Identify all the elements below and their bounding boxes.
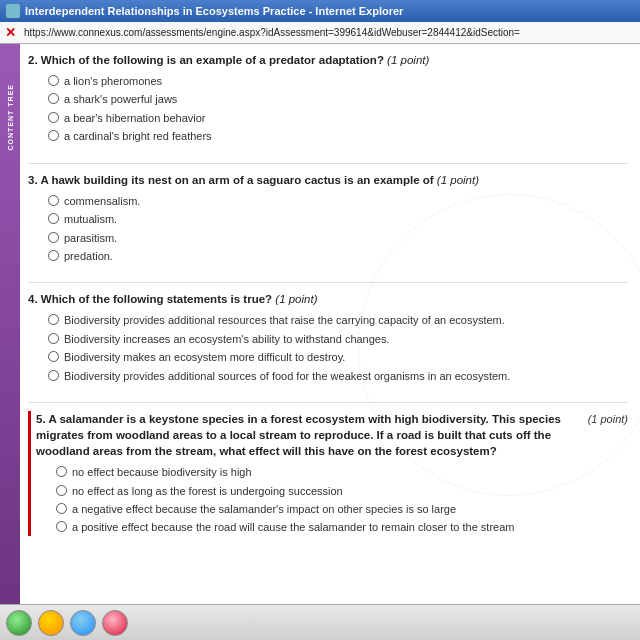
question-5-block: 5. A salamander is a keystone species in… — [28, 411, 628, 536]
list-item[interactable]: no effect as long as the forest is under… — [56, 484, 628, 499]
question-2-text: 2. Which of the following is an example … — [28, 52, 628, 68]
question-4-options: Biodiversity provides additional resourc… — [28, 313, 628, 384]
list-item[interactable]: a cardinal's bright red feathers — [48, 129, 628, 144]
radio-option-2[interactable] — [48, 333, 59, 344]
content-area: 2. Which of the following is an example … — [20, 44, 640, 604]
url-field[interactable]: https://www.connexus.com/assessments/eng… — [24, 27, 520, 38]
taskbar-btn-blue[interactable] — [70, 610, 96, 636]
radio-option-2[interactable] — [48, 213, 59, 224]
list-item[interactable]: Biodiversity provides additional sources… — [48, 369, 628, 384]
radio-option-3[interactable] — [48, 351, 59, 362]
window-title: Interdependent Relationships in Ecosyste… — [25, 5, 634, 17]
radio-option-4[interactable] — [48, 370, 59, 381]
question-2-options: a lion's pheromones a shark's powerful j… — [28, 74, 628, 145]
question-5-points: (1 point) — [588, 411, 628, 465]
radio-option-4[interactable] — [48, 250, 59, 261]
question-5-text: 5. A salamander is a keystone species in… — [36, 411, 584, 465]
taskbar-btn-red[interactable] — [102, 610, 128, 636]
question-4-block: 4. Which of the following statements is … — [28, 291, 628, 384]
close-tab-icon[interactable]: ✕ — [5, 25, 16, 40]
list-item[interactable]: a shark's powerful jaws — [48, 92, 628, 107]
radio-option-1[interactable] — [48, 195, 59, 206]
radio-option-4[interactable] — [56, 521, 67, 532]
list-item[interactable]: a lion's pheromones — [48, 74, 628, 89]
divider-1 — [28, 163, 628, 164]
title-bar: Interdependent Relationships in Ecosyste… — [0, 0, 640, 22]
radio-option-1[interactable] — [48, 314, 59, 325]
list-item[interactable]: Biodiversity increases an ecosystem's ab… — [48, 332, 628, 347]
radio-option-4[interactable] — [48, 130, 59, 141]
question-3-block: 3. A hawk building its nest on an arm of… — [28, 172, 628, 265]
list-item[interactable]: a bear's hibernation behavior — [48, 111, 628, 126]
list-item[interactable]: a positive effect because the road will … — [56, 520, 628, 535]
list-item[interactable]: Biodiversity provides additional resourc… — [48, 313, 628, 328]
address-bar[interactable]: ✕ https://www.connexus.com/assessments/e… — [0, 22, 640, 44]
radio-option-1[interactable] — [56, 466, 67, 477]
taskbar — [0, 604, 640, 640]
question-2-block: 2. Which of the following is an example … — [28, 52, 628, 145]
question-5-options: no effect because biodiversity is high n… — [36, 465, 628, 536]
divider-3 — [28, 402, 628, 403]
taskbar-btn-orange[interactable] — [38, 610, 64, 636]
list-item[interactable]: parasitism. — [48, 231, 628, 246]
question-4-text: 4. Which of the following statements is … — [28, 291, 628, 307]
list-item[interactable]: commensalism. — [48, 194, 628, 209]
main-area: CONTENT TREE 2. Which of the following i… — [0, 44, 640, 604]
radio-option-2[interactable] — [48, 93, 59, 104]
divider-2 — [28, 282, 628, 283]
radio-option-2[interactable] — [56, 485, 67, 496]
sidebar-label: CONTENT TREE — [7, 84, 14, 150]
list-item[interactable]: a negative effect because the salamander… — [56, 502, 628, 517]
list-item[interactable]: mutualism. — [48, 212, 628, 227]
radio-option-1[interactable] — [48, 75, 59, 86]
radio-option-3[interactable] — [48, 232, 59, 243]
list-item[interactable]: predation. — [48, 249, 628, 264]
list-item[interactable]: Biodiversity makes an ecosystem more dif… — [48, 350, 628, 365]
browser-icon — [6, 4, 20, 18]
radio-option-3[interactable] — [56, 503, 67, 514]
question-5-header: 5. A salamander is a keystone species in… — [36, 411, 628, 465]
question-3-text: 3. A hawk building its nest on an arm of… — [28, 172, 628, 188]
browser-window: Interdependent Relationships in Ecosyste… — [0, 0, 640, 640]
left-sidebar: CONTENT TREE — [0, 44, 20, 604]
question-3-options: commensalism. mutualism. parasitism. pre… — [28, 194, 628, 265]
list-item[interactable]: no effect because biodiversity is high — [56, 465, 628, 480]
radio-option-3[interactable] — [48, 112, 59, 123]
taskbar-btn-green[interactable] — [6, 610, 32, 636]
